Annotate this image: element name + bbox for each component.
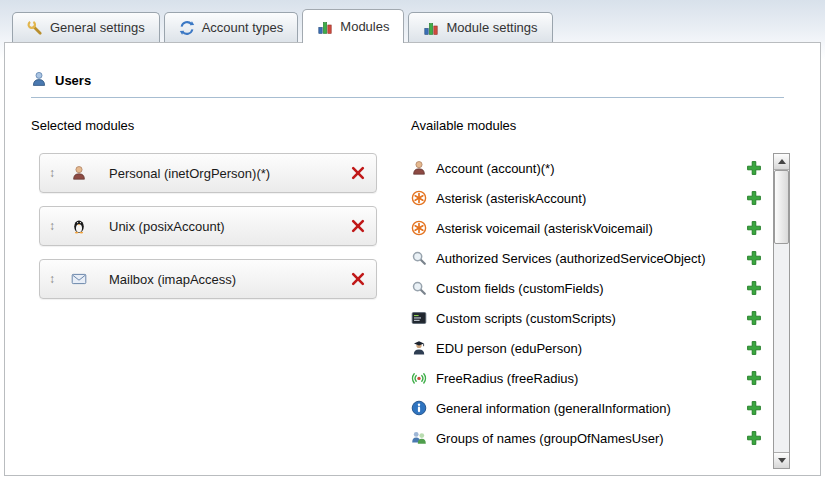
section-title: Users xyxy=(55,73,91,88)
tab-label: General settings xyxy=(50,20,145,35)
add-module-button[interactable] xyxy=(746,340,762,356)
scrollbar[interactable] xyxy=(773,153,790,469)
available-module-label: Custom fields (customFields) xyxy=(436,281,604,296)
available-module-label: Asterisk (asteriskAccount) xyxy=(436,191,586,206)
chart-icon xyxy=(423,20,439,36)
available-module-label: Account (account)(*) xyxy=(436,161,555,176)
drag-handle-icon[interactable]: ↕ xyxy=(49,219,62,233)
available-module-label: Asterisk voicemail (asteriskVoicemail) xyxy=(436,221,653,236)
users-icon xyxy=(31,71,47,90)
scrollbar-thumb[interactable] xyxy=(774,170,789,244)
selected-module-label: Personal (inetOrgPerson)(*) xyxy=(109,166,350,181)
refresh-icon xyxy=(179,20,195,36)
selected-modules-list: ↕ Personal (inetOrgPerson)(*) ↕ Unix (po… xyxy=(31,153,383,299)
info-icon xyxy=(411,400,427,416)
penguin-icon xyxy=(71,218,87,234)
add-module-button[interactable] xyxy=(746,430,762,446)
available-module-label: Groups of names (groupOfNamesUser) xyxy=(436,431,664,446)
mail-icon xyxy=(71,271,87,287)
available-module-row: Authorized Services (authorizedServiceOb… xyxy=(411,243,765,273)
triangle-up-icon xyxy=(778,159,786,164)
available-module-label: Authorized Services (authorizedServiceOb… xyxy=(436,251,706,266)
triangle-down-icon xyxy=(778,458,786,463)
asterisk-icon xyxy=(411,190,427,206)
available-module-label: Custom scripts (customScripts) xyxy=(436,311,616,326)
scrollbar-track[interactable] xyxy=(774,170,789,452)
asterisk-icon xyxy=(411,220,427,236)
available-module-label: EDU person (eduPerson) xyxy=(436,341,582,356)
selected-module-row[interactable]: ↕ Mailbox (imapAccess) xyxy=(39,259,377,299)
magnifier-icon xyxy=(411,280,427,296)
remove-module-button[interactable] xyxy=(350,271,366,287)
available-modules-area: Account (account)(*) Asterisk (asteriskA… xyxy=(411,153,790,469)
selected-module-label: Unix (posixAccount) xyxy=(109,219,350,234)
lam-configuration-page: General settings Account types Modules M… xyxy=(0,0,825,476)
scroll-down-button[interactable] xyxy=(774,452,789,468)
add-module-button[interactable] xyxy=(746,280,762,296)
scroll-up-button[interactable] xyxy=(774,154,789,170)
available-module-row: Groups of names (groupOfNamesUser) xyxy=(411,423,765,453)
edu-person-icon xyxy=(411,340,427,356)
available-module-row: EDU person (eduPerson) xyxy=(411,333,765,363)
selected-module-label: Mailbox (imapAccess) xyxy=(109,272,350,287)
available-module-row: Asterisk (asteriskAccount) xyxy=(411,183,765,213)
available-module-row: General information (generalInformation) xyxy=(411,393,765,423)
add-module-button[interactable] xyxy=(746,400,762,416)
available-module-row: Account (account)(*) xyxy=(411,153,765,183)
selected-modules-column: Selected modules ↕ Personal (inetOrgPers… xyxy=(31,118,383,469)
available-module-row: Custom fields (customFields) xyxy=(411,273,765,303)
user-icon xyxy=(411,160,427,176)
wrench-icon xyxy=(27,20,43,36)
radius-icon xyxy=(411,370,427,386)
selected-modules-heading: Selected modules xyxy=(31,118,383,133)
tab-label: Module settings xyxy=(446,20,537,35)
remove-module-button[interactable] xyxy=(350,218,366,234)
account-type-section-header: Users xyxy=(31,71,784,98)
modules-columns: Selected modules ↕ Personal (inetOrgPers… xyxy=(31,118,790,469)
tab-bar: General settings Account types Modules M… xyxy=(0,0,825,42)
tab-general-settings[interactable]: General settings xyxy=(12,12,160,42)
group-icon xyxy=(411,430,427,446)
add-module-button[interactable] xyxy=(746,220,762,236)
drag-handle-icon[interactable]: ↕ xyxy=(49,166,62,180)
available-module-label: FreeRadius (freeRadius) xyxy=(436,371,578,386)
available-modules-column: Available modules Account (account)(*) A… xyxy=(411,118,790,469)
add-module-button[interactable] xyxy=(746,310,762,326)
available-module-label: General information (generalInformation) xyxy=(436,401,671,416)
selected-module-row[interactable]: ↕ Personal (inetOrgPerson)(*) xyxy=(39,153,377,193)
tab-modules[interactable]: Modules xyxy=(302,9,404,43)
tab-label: Modules xyxy=(340,19,389,34)
available-module-row: Custom scripts (customScripts) xyxy=(411,303,765,333)
selected-module-row[interactable]: ↕ Unix (posixAccount) xyxy=(39,206,377,246)
tab-label: Account types xyxy=(202,20,284,35)
add-module-button[interactable] xyxy=(746,370,762,386)
drag-handle-icon[interactable]: ↕ xyxy=(49,272,62,286)
tab-account-types[interactable]: Account types xyxy=(164,12,299,42)
add-module-button[interactable] xyxy=(746,160,762,176)
user-icon xyxy=(71,165,87,181)
tab-module-settings[interactable]: Module settings xyxy=(408,12,552,42)
terminal-icon xyxy=(411,310,427,326)
add-module-button[interactable] xyxy=(746,250,762,266)
available-module-row: Asterisk voicemail (asteriskVoicemail) xyxy=(411,213,765,243)
modules-panel: Users Selected modules ↕ Personal (inetO… xyxy=(4,42,821,476)
magnifier-icon xyxy=(411,250,427,266)
available-modules-heading: Available modules xyxy=(411,118,790,133)
add-module-button[interactable] xyxy=(746,190,762,206)
remove-module-button[interactable] xyxy=(350,165,366,181)
chart-icon xyxy=(317,19,333,35)
available-module-row: FreeRadius (freeRadius) xyxy=(411,363,765,393)
available-modules-list: Account (account)(*) Asterisk (asteriskA… xyxy=(411,153,765,453)
